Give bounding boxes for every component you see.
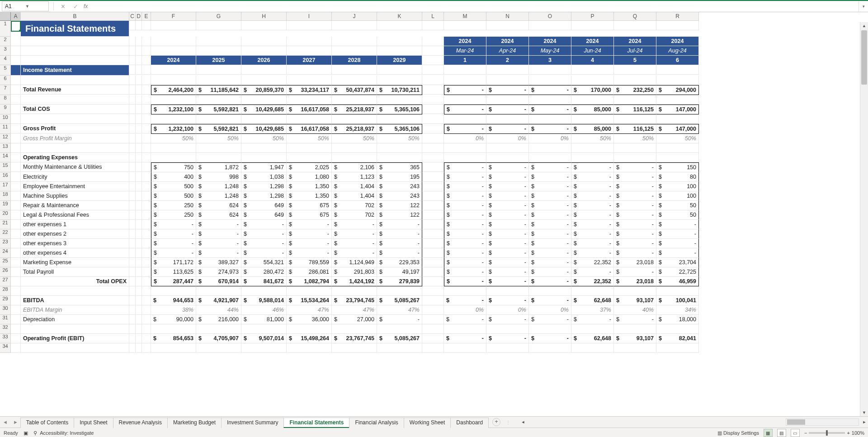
cell[interactable]: [21, 56, 129, 65]
column-header[interactable]: O: [529, 12, 571, 21]
cell[interactable]: $20,859,370: [241, 85, 287, 95]
cell[interactable]: $-: [444, 334, 486, 343]
cell[interactable]: [142, 191, 151, 201]
cell[interactable]: $-: [571, 162, 614, 172]
column-header[interactable]: F: [151, 12, 196, 21]
cell[interactable]: [656, 324, 699, 334]
cell[interactable]: [332, 343, 377, 353]
cell[interactable]: $9,507,014: [241, 334, 287, 343]
row-label[interactable]: other expenses 2: [21, 229, 129, 239]
row-label[interactable]: Gross Profit Margin: [21, 134, 129, 143]
row-label[interactable]: Machine Supplies: [21, 191, 129, 201]
row-label[interactable]: Repair & Maintenance: [21, 201, 129, 210]
cell[interactable]: [444, 65, 486, 75]
cell[interactable]: [614, 153, 656, 162]
cell[interactable]: $-: [529, 191, 571, 201]
cell[interactable]: $1,947: [241, 162, 287, 172]
cell[interactable]: [136, 21, 142, 30]
cell[interactable]: $50: [656, 210, 699, 220]
cell[interactable]: [287, 95, 332, 104]
cell[interactable]: 2029: [377, 56, 422, 65]
row-header[interactable]: 33: [0, 334, 11, 343]
cell[interactable]: $-: [332, 248, 377, 258]
cell[interactable]: 2024: [656, 37, 699, 46]
cell[interactable]: [377, 95, 422, 104]
cell[interactable]: [136, 143, 142, 153]
cell[interactable]: 2: [486, 56, 529, 65]
column-header[interactable]: A: [11, 12, 21, 21]
cell[interactable]: [151, 76, 196, 85]
cell[interactable]: $-: [486, 182, 529, 191]
cell[interactable]: [332, 76, 377, 85]
cell[interactable]: $150: [656, 162, 699, 172]
accessibility-status[interactable]: ⚲ Accessibility: Investigate: [33, 430, 94, 436]
cell[interactable]: [11, 95, 21, 104]
cell[interactable]: [444, 76, 486, 85]
cell[interactable]: [422, 76, 444, 85]
cell[interactable]: $-: [444, 191, 486, 201]
cell[interactable]: May-24: [529, 46, 571, 56]
sheet-tab[interactable]: Revenue Analysis: [113, 418, 168, 428]
cell[interactable]: $-: [332, 220, 377, 229]
cell[interactable]: 2024: [529, 37, 571, 46]
cell[interactable]: $-: [656, 220, 699, 229]
cell[interactable]: [422, 296, 444, 305]
cell[interactable]: [11, 124, 21, 133]
sheet-tab[interactable]: Investment Summary: [221, 418, 284, 428]
cell[interactable]: $-: [486, 296, 529, 305]
cell[interactable]: $-: [614, 182, 656, 191]
cell[interactable]: $22,725: [656, 267, 699, 277]
cell[interactable]: [136, 85, 142, 95]
cell[interactable]: $-: [151, 239, 196, 248]
cell[interactable]: $-: [529, 182, 571, 191]
cell[interactable]: [571, 65, 614, 75]
cell[interactable]: [11, 210, 21, 220]
hscroll-right-icon[interactable]: ►: [861, 420, 868, 424]
cell[interactable]: [241, 76, 287, 85]
sheet-tab[interactable]: Working Sheet: [404, 418, 451, 428]
cell[interactable]: $-: [614, 248, 656, 258]
cell[interactable]: [287, 37, 332, 46]
formula-expand-icon[interactable]: ▾: [859, 1, 868, 12]
cell[interactable]: [21, 76, 129, 85]
cell[interactable]: $5,365,106: [377, 104, 422, 114]
cell[interactable]: $286,081: [287, 267, 332, 277]
cell[interactable]: $25,218,937: [332, 104, 377, 114]
cell[interactable]: [129, 305, 136, 315]
cell[interactable]: [136, 229, 142, 239]
cell[interactable]: [151, 21, 196, 30]
cell[interactable]: $-: [444, 267, 486, 277]
cell[interactable]: [529, 343, 571, 353]
cell[interactable]: [129, 56, 136, 65]
cell[interactable]: $171,172: [151, 258, 196, 267]
cell[interactable]: [422, 114, 444, 124]
cell[interactable]: [129, 65, 136, 75]
cell[interactable]: [11, 37, 21, 46]
cell[interactable]: [241, 37, 287, 46]
cell[interactable]: $279,839: [377, 277, 422, 286]
cell[interactable]: [136, 124, 142, 133]
cell[interactable]: [11, 76, 21, 85]
row-label[interactable]: Electricity: [21, 172, 129, 182]
cell[interactable]: $23,767,745: [332, 334, 377, 343]
cell[interactable]: [422, 267, 444, 277]
cell[interactable]: $-: [614, 162, 656, 172]
cell[interactable]: [129, 143, 136, 153]
row-header[interactable]: 32: [0, 324, 11, 334]
cell[interactable]: $147,000: [656, 104, 699, 114]
column-header[interactable]: R: [656, 12, 699, 21]
cell[interactable]: [129, 334, 136, 343]
cell[interactable]: $1,124,949: [332, 258, 377, 267]
cell[interactable]: Jul-24: [614, 46, 656, 56]
cell[interactable]: [129, 296, 136, 305]
row-header[interactable]: 9: [0, 104, 11, 114]
cell[interactable]: 50%: [571, 134, 614, 143]
cell[interactable]: [136, 56, 142, 65]
scroll-thumb[interactable]: [861, 30, 867, 85]
cell[interactable]: $1,123: [332, 172, 377, 182]
cell[interactable]: [196, 286, 241, 296]
row-header[interactable]: 1: [0, 21, 11, 37]
cell[interactable]: $-: [614, 191, 656, 201]
cell[interactable]: $-: [486, 201, 529, 210]
cell[interactable]: 2024: [151, 56, 196, 65]
